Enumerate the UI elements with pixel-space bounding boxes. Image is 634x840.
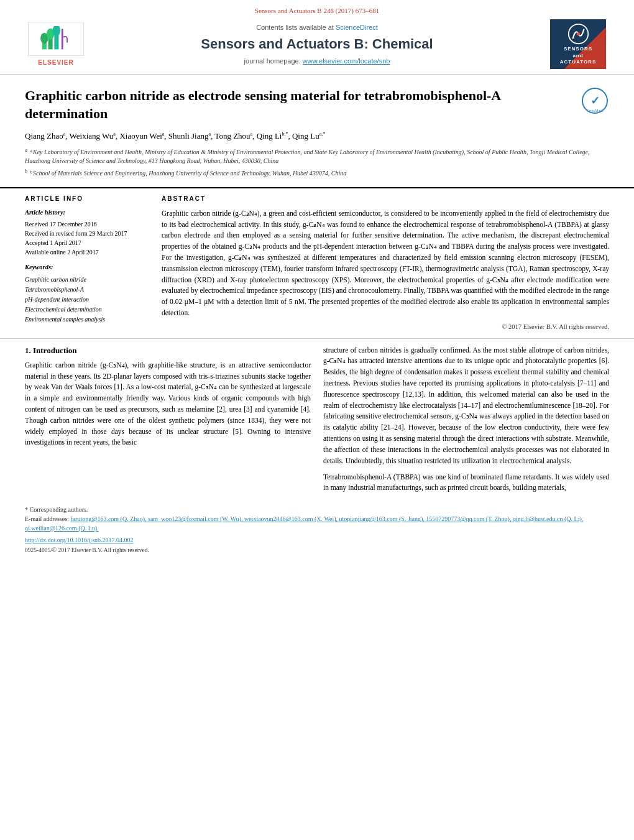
crossmark-area: Graphitic carbon nitride as electrode se… bbox=[25, 87, 609, 130]
abstract-paragraph: Graphitic carbon nitride (g-C₃N₄), a gre… bbox=[162, 208, 609, 319]
svg-text:CrossMark: CrossMark bbox=[587, 109, 604, 113]
sensors-logo-icon bbox=[567, 23, 589, 45]
elsevier-logo-box bbox=[28, 22, 84, 56]
keywords-block: Keywords: Graphitic carbon nitride Tetra… bbox=[25, 263, 149, 325]
keywords-label: Keywords: bbox=[25, 263, 149, 272]
contents-available: Contents lists available at ScienceDirec… bbox=[87, 23, 547, 32]
sensors-logo-text: SENSORSandACTUATORS bbox=[560, 46, 596, 65]
accepted-date: Accepted 1 April 2017 bbox=[25, 238, 149, 247]
sup-a5: a bbox=[250, 131, 253, 137]
sup-a6: a,* bbox=[319, 131, 326, 137]
header-middle: ELSEVIER Contents lists available at Sci… bbox=[25, 19, 609, 69]
svg-rect-1 bbox=[48, 39, 53, 50]
doi-line[interactable]: http://dx.doi.org/10.1016/j.snb.2017.04.… bbox=[25, 535, 609, 545]
email-label: E-mail addresses: bbox=[25, 515, 69, 522]
homepage-url[interactable]: www.elsevier.com/locate/snb bbox=[303, 57, 390, 65]
paper-section: Graphitic carbon nitride as electrode se… bbox=[0, 75, 634, 188]
received-date: Received 17 December 2016 bbox=[25, 219, 149, 229]
journal-header: Sensors and Actuators B 248 (2017) 673–6… bbox=[0, 0, 634, 75]
elsevier-tree-icon bbox=[37, 26, 75, 51]
keyword-5: Environmental samples analysis bbox=[25, 315, 149, 325]
abstract-label: ABSTRACT bbox=[162, 195, 609, 203]
footnote-section: * Corresponding authors. E-mail addresse… bbox=[0, 505, 634, 555]
email-addresses[interactable]: farutong@163.com (Q. Zhao), sam_woo123@f… bbox=[25, 515, 583, 532]
svg-text:✓: ✓ bbox=[590, 95, 600, 107]
page-container: Sensors and Actuators B 248 (2017) 673–6… bbox=[0, 0, 634, 840]
citation-line: Sensors and Actuators B 248 (2017) 673–6… bbox=[25, 6, 609, 16]
article-history: Article history: Received 17 December 20… bbox=[25, 208, 149, 257]
crossmark-badge: ✓ CrossMark bbox=[581, 87, 609, 115]
corresponding-note: * Corresponding authors. bbox=[25, 505, 609, 514]
sup-a1: a bbox=[63, 131, 66, 137]
keyword-4: Electrochemical determination bbox=[25, 305, 149, 315]
available-online: Available online 2 April 2017 bbox=[25, 247, 149, 257]
sup-a4: a bbox=[209, 131, 211, 137]
footer-copyright: 0925-4005/© 2017 Elsevier B.V. All right… bbox=[25, 546, 609, 555]
sup-a2: a bbox=[113, 131, 116, 137]
sensors-logo: SENSORSandACTUATORS bbox=[550, 19, 606, 69]
elsevier-logo: ELSEVIER bbox=[25, 22, 87, 67]
affiliation-a: a ᵃ Key Laboratory of Environment and He… bbox=[25, 147, 609, 165]
keyword-3: pH-dependent interaction bbox=[25, 295, 149, 305]
main-body: 1. Introduction Graphitic carbon nitride… bbox=[0, 339, 634, 505]
affiliation-b: b ᵇ School of Materials Science and Engi… bbox=[25, 168, 609, 178]
body-left: 1. Introduction Graphitic carbon nitride… bbox=[25, 345, 311, 499]
received-revised: Received in revised form 29 March 2017 bbox=[25, 229, 149, 238]
article-info-abstract: ARTICLE INFO Article history: Received 1… bbox=[0, 188, 634, 339]
history-label: Article history: bbox=[25, 208, 149, 218]
right-col-abstract: ABSTRACT Graphitic carbon nitride (g-C₃N… bbox=[162, 195, 609, 332]
authors-line: Qiang Zhaoa, Weixiang Wua, Xiaoyun Weia,… bbox=[25, 131, 609, 142]
svg-point-8 bbox=[576, 32, 579, 35]
journal-name: Sensors and Actuators B: Chemical bbox=[87, 35, 547, 54]
journal-title-center: Contents lists available at ScienceDirec… bbox=[87, 23, 547, 67]
paper-title: Graphitic carbon nitride as electrode se… bbox=[25, 87, 581, 122]
copyright-line: © 2017 Elsevier B.V. All rights reserved… bbox=[162, 323, 609, 332]
elsevier-label: ELSEVIER bbox=[38, 58, 73, 67]
intro-left-text: Graphitic carbon nitride (g-C₃N₄), with … bbox=[25, 360, 311, 449]
journal-homepage: journal homepage: www.elsevier.com/locat… bbox=[87, 57, 547, 66]
crossmark-icon: ✓ CrossMark bbox=[581, 87, 609, 115]
svg-rect-2 bbox=[54, 35, 58, 50]
sciencedirect-link[interactable]: ScienceDirect bbox=[336, 24, 378, 31]
left-col-article-info: ARTICLE INFO Article history: Received 1… bbox=[25, 195, 149, 332]
keyword-1: Graphitic carbon nitride bbox=[25, 275, 149, 285]
article-info-label: ARTICLE INFO bbox=[25, 195, 149, 203]
body-right: structure of carbon nitrides is graduall… bbox=[323, 345, 609, 499]
email-line: E-mail addresses: farutong@163.com (Q. Z… bbox=[25, 514, 609, 533]
sensors-logo-box: SENSORSandACTUATORS bbox=[547, 19, 609, 69]
sup-a3: a bbox=[162, 131, 165, 137]
keywords-list: Graphitic carbon nitride Tetrabromobisph… bbox=[25, 275, 149, 325]
svg-rect-6 bbox=[62, 29, 63, 50]
sup-b1: b,* bbox=[282, 131, 288, 137]
keyword-2: Tetrabromobisphenol-A bbox=[25, 285, 149, 295]
tbbpa-text: Tetrabromobisphenol-A (TBBPA) was one ki… bbox=[323, 472, 609, 494]
intro-right-text: structure of carbon nitrides is graduall… bbox=[323, 345, 609, 467]
intro-heading: 1. Introduction bbox=[25, 345, 311, 356]
abstract-text: Graphitic carbon nitride (g-C₃N₄), a gre… bbox=[162, 208, 609, 319]
